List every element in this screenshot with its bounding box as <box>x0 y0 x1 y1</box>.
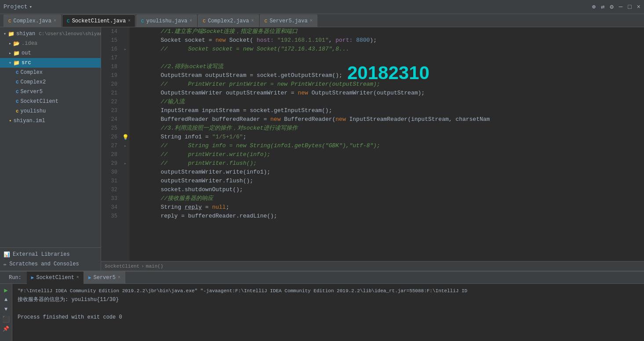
file-icon-socketclient: C <box>16 99 19 104</box>
tab-close-complex[interactable]: × <box>54 18 56 23</box>
breadcrumb-method[interactable]: main() <box>146 264 164 269</box>
tree-label-server5: Server5 <box>21 89 43 95</box>
maximize-icon[interactable]: □ <box>628 4 631 11</box>
tab-youlishu[interactable]: C youlishu.java × <box>136 15 197 27</box>
settings-icon[interactable]: ⚙ <box>610 3 613 11</box>
scroll-down-button[interactable]: ▼ <box>2 305 11 314</box>
folder-icon-out: 📁 <box>13 50 20 57</box>
tree-label-out: out <box>22 50 31 56</box>
chevron-right-icon-out: ▸ <box>9 51 11 56</box>
code-line-25: //3.利用流按照一定的操作，对socket进行读写操作 <box>133 124 644 133</box>
tree-label-iml: shiyan.iml <box>14 118 45 124</box>
tree-item-complex2[interactable]: C Complex2 <box>0 77 101 87</box>
code-line-26: String info1 = "1/5+1/6"; <box>133 133 644 141</box>
sync-icon[interactable]: ⇄ <box>601 3 604 11</box>
sidebar-bottom: 📊 External Libraries ✏ Scratches and Con… <box>0 247 101 271</box>
sidebar-item-scratches[interactable]: ✏ Scratches and Consoles <box>0 259 101 269</box>
pin-button[interactable]: 📌 <box>2 324 11 333</box>
console-line-1: "F:\IntelliJ IDEA Community Edition 2019… <box>18 287 639 295</box>
bottom-content: ▶ ▲ ▼ ⬛ 📌 "F:\IntelliJ IDEA Community Ed… <box>0 284 644 341</box>
tree-label-complex2: Complex2 <box>21 79 46 85</box>
main-area: ▾ 📁 shiyan C:\Users\lenovo\shiyan ▸ 📂 .i… <box>0 27 644 271</box>
tab-icon-youlishu: C <box>141 18 144 24</box>
bottom-tab-server5[interactable]: ▶ Server5 × <box>84 272 125 284</box>
tab-server5[interactable]: C Server5.java × <box>260 15 317 27</box>
tab-label-youlishu: youlishu.java <box>146 18 188 24</box>
tree-label-complex: Complex <box>21 69 43 76</box>
code-lines[interactable]: //1.建立客户端Socket连接，指定服务器位置和端口 Socket sock… <box>130 27 644 261</box>
sidebar-item-external-libraries[interactable]: 📊 External Libraries <box>0 250 101 259</box>
code-line-34: String reply = null; <box>133 203 644 212</box>
scroll-up-button[interactable]: ▲ <box>2 295 11 304</box>
tab-close-socketclient[interactable]: × <box>128 18 131 23</box>
code-editor[interactable]: 14 15 16 17 18 19 20 21 22 23 24 25 26 2… <box>101 27 644 271</box>
tree-item-out[interactable]: ▸ 📁 out <box>0 48 101 58</box>
fold-icon-29[interactable]: ▸ <box>124 161 127 166</box>
project-label[interactable]: Project ▾ <box>4 4 32 10</box>
title-bar: Project ▾ ⊕ ⇄ ⚙ ─ □ × <box>0 0 644 14</box>
run-button[interactable]: ▶ <box>2 286 11 294</box>
console-line-3 <box>18 304 639 313</box>
scratches-icon: ✏ <box>4 261 7 268</box>
fold-icon-27[interactable]: ▸ <box>124 143 127 149</box>
tree-root-label: shiyan <box>16 31 35 37</box>
tree-item-iml[interactable]: ▪ shiyan.iml <box>0 116 101 126</box>
bottom-tabs-bar: Run: ▶ SocketClient × ▶ Server5 × <box>0 272 644 284</box>
bottom-tab-close-server5[interactable]: × <box>118 275 120 280</box>
tab-close-youlishu[interactable]: × <box>189 18 192 23</box>
sidebar-tree: ▾ 📁 shiyan C:\Users\lenovo\shiyan ▸ 📂 .i… <box>0 27 101 247</box>
line-numbers: 14 15 16 17 18 19 20 21 22 23 24 25 26 2… <box>101 27 121 261</box>
fold-icon-16[interactable]: ▸ <box>124 47 127 52</box>
tab-close-complex2[interactable]: × <box>251 18 254 23</box>
libs-icon: 📊 <box>4 251 10 258</box>
folder-icon-idea: 📂 <box>13 40 20 47</box>
file-icon-complex2: C <box>16 80 19 85</box>
run-label: Run: <box>4 272 27 284</box>
code-line-28: // printWriter.write(info); <box>133 150 644 159</box>
stop-button[interactable]: ⬛ <box>2 315 11 323</box>
bulb-icon-26[interactable]: 💡 <box>122 134 129 141</box>
title-icons: ⊕ ⇄ ⚙ ─ □ × <box>592 3 640 11</box>
code-line-15: Socket socket = new Socket( host: "192.1… <box>133 36 644 45</box>
tabs-bar: C Complex.java × C SocketClient.java × C… <box>0 14 644 27</box>
bottom-tab-socketclient[interactable]: ▶ SocketClient × <box>27 272 84 284</box>
code-line-32: socket.shutdownOutput(); <box>133 185 644 194</box>
tree-item-server5[interactable]: C Server5 <box>0 87 101 97</box>
code-line-20: // PrintWriter printWriter = new PrintWr… <box>133 80 644 89</box>
breadcrumb-file[interactable]: SocketClient <box>105 264 139 269</box>
project-dropdown-icon[interactable]: ▾ <box>29 4 33 10</box>
code-line-23: InputStream inputStream = socket.getInpu… <box>133 106 644 115</box>
tab-socketclient[interactable]: C SocketClient.java × <box>62 15 135 27</box>
code-line-14: //1.建立客户端Socket连接，指定服务器位置和端口 <box>133 27 644 36</box>
tree-root[interactable]: ▾ 📁 shiyan C:\Users\lenovo\shiyan <box>0 29 101 39</box>
close-icon[interactable]: × <box>637 4 640 11</box>
folder-icon-root: 📁 <box>8 31 15 37</box>
bottom-controls: ▶ ▲ ▼ ⬛ 📌 <box>0 284 12 341</box>
tab-icon-complex2: C <box>203 18 206 24</box>
minimize-icon[interactable]: ─ <box>619 4 622 11</box>
code-line-33: //接收服务器的响应 <box>133 194 644 203</box>
tab-complex[interactable]: C Complex.java × <box>4 15 61 27</box>
bottom-tab-close-socketclient[interactable]: × <box>76 275 79 280</box>
tab-label-complex: Complex.java <box>14 18 51 24</box>
chevron-down-icon: ▾ <box>4 31 6 36</box>
tree-item-youlishu[interactable]: c youlishu <box>0 106 101 116</box>
tree-item-socketclient[interactable]: C SocketClient <box>0 97 101 106</box>
tree-item-idea[interactable]: ▸ 📂 .idea <box>0 39 101 48</box>
code-line-16: // Socket socket = new Socket("172.16.43… <box>133 45 644 54</box>
tab-close-server5[interactable]: × <box>310 18 313 23</box>
tab-complex2[interactable]: C Complex2.java × <box>198 15 258 27</box>
tree-item-src[interactable]: ▾ 📁 src <box>0 58 101 68</box>
code-content: 14 15 16 17 18 19 20 21 22 23 24 25 26 2… <box>101 27 644 261</box>
code-line-29: // printWriter.flush(); <box>133 159 644 168</box>
code-line-19: OutputStream outputStream = socket.getOu… <box>133 71 644 80</box>
code-line-31: outputStreamWriter.flush(); <box>133 177 644 185</box>
bottom-tab-label-socketclient: SocketClient <box>36 275 74 281</box>
tree-item-complex[interactable]: C Complex <box>0 68 101 77</box>
console-line-4: Process finished with exit code 0 <box>18 313 639 322</box>
tab-icon-socketclient: C <box>67 18 70 24</box>
sidebar-label-external-libraries: External Libraries <box>13 251 70 258</box>
file-icon-iml: ▪ <box>9 118 12 123</box>
code-line-21: OutputStreamWriter outputStreamWriter = … <box>133 89 644 98</box>
globe-icon[interactable]: ⊕ <box>592 3 595 11</box>
